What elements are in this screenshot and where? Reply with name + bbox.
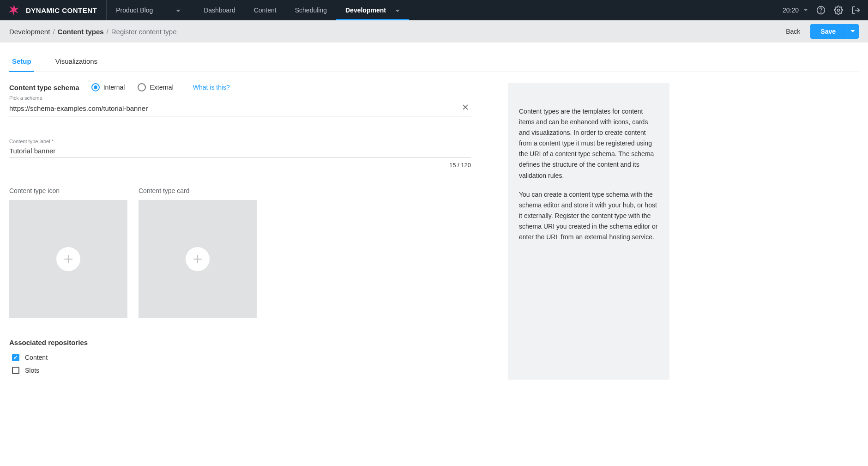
help-panel: Content types are the templates for cont… [508, 83, 669, 380]
svg-marker-0 [9, 4, 19, 16]
card-upload-dropzone[interactable] [139, 200, 257, 318]
time-selector[interactable]: 20:20 [783, 6, 808, 14]
nav-right: 20:20 [783, 6, 861, 15]
save-button-group: Save [810, 24, 859, 39]
nav-tab-label: Scheduling [295, 6, 327, 14]
schema-source-radio-external[interactable]: External [138, 83, 173, 91]
radio-label: Internal [103, 84, 125, 91]
schema-input[interactable] [9, 104, 460, 112]
caret-down-icon [803, 9, 808, 12]
help-icon[interactable] [816, 6, 826, 15]
clear-schema-icon[interactable] [460, 103, 471, 113]
form-column: Content type schema InternalExternal Wha… [9, 83, 471, 380]
settings-icon[interactable] [834, 6, 843, 15]
svg-point-2 [821, 12, 821, 12]
repositories-title: Associated repositories [9, 339, 471, 346]
icon-upload-title: Content type icon [9, 187, 127, 194]
help-paragraph: Content types are the templates for cont… [519, 106, 658, 181]
icon-upload-dropzone[interactable] [9, 200, 127, 318]
repo-checkbox-content[interactable]: Content [12, 354, 468, 361]
radio-icon [91, 83, 100, 91]
breadcrumb: Development/Content types/Register conte… [9, 28, 177, 36]
save-menu-caret[interactable] [846, 24, 859, 39]
nav-tab-label: Dashboard [204, 6, 235, 14]
nav-tabs: DashboardContentSchedulingDevelopment [194, 0, 409, 20]
page-tab-setup[interactable]: Setup [9, 51, 34, 72]
icon-upload-block: Content type icon [9, 187, 127, 318]
schema-source-radio-internal[interactable]: Internal [91, 83, 125, 91]
breadcrumb-separator: / [53, 28, 54, 36]
repo-label: Content [25, 354, 48, 361]
nav-tab-label: Content [254, 6, 277, 14]
pick-schema-hint: Pick a schema [9, 95, 471, 101]
breadcrumb-item[interactable]: Content types [58, 28, 104, 36]
uploads-row: Content type icon Content type card [9, 187, 471, 318]
label-input-row [9, 144, 471, 158]
back-button[interactable]: Back [786, 28, 800, 35]
nav-tab-dashboard[interactable]: Dashboard [194, 0, 245, 20]
time-value: 20:20 [783, 6, 799, 14]
help-paragraph: You can create a content type schema wit… [519, 189, 658, 242]
logo-icon [7, 4, 20, 17]
page-tab-visualizations[interactable]: Visualizations [53, 51, 100, 72]
svg-point-3 [838, 9, 840, 12]
repositories-section: Associated repositories ContentSlots [9, 339, 471, 374]
logout-icon[interactable] [851, 6, 861, 15]
repo-checkbox-slots[interactable]: Slots [12, 367, 468, 374]
hub-selector[interactable]: Product Blog [107, 0, 190, 20]
label-counter: 15 / 120 [9, 162, 471, 169]
what-is-this-link[interactable]: What is this? [193, 84, 230, 91]
schema-input-row [9, 101, 471, 116]
caret-down-icon [395, 6, 400, 14]
add-icon [56, 247, 80, 271]
nav-tab-scheduling[interactable]: Scheduling [286, 0, 336, 20]
card-upload-block: Content type card [139, 187, 257, 318]
subheader: Development/Content types/Register conte… [0, 20, 868, 42]
nav-tab-content[interactable]: Content [245, 0, 286, 20]
checkbox-icon [12, 367, 19, 374]
breadcrumb-item: Register content type [111, 28, 177, 36]
breadcrumb-separator: / [107, 28, 108, 36]
label-field-label: Content type label * [9, 139, 471, 144]
save-button[interactable]: Save [810, 24, 846, 39]
subheader-actions: Back Save [786, 24, 859, 39]
label-input[interactable] [9, 147, 471, 155]
schema-source-row: Content type schema InternalExternal Wha… [9, 83, 471, 91]
checkbox-icon [12, 354, 19, 361]
radio-icon [138, 83, 146, 91]
page-tabs: SetupVisualizations [9, 51, 859, 72]
top-nav: DYNAMIC CONTENT Product Blog DashboardCo… [0, 0, 868, 20]
breadcrumb-item[interactable]: Development [9, 28, 50, 36]
add-icon [186, 247, 210, 271]
schema-source-radio-group: InternalExternal [91, 83, 174, 91]
hub-name: Product Blog [116, 6, 153, 14]
repo-label: Slots [25, 367, 39, 374]
schema-section-label: Content type schema [9, 84, 79, 91]
brand-name: DYNAMIC CONTENT [26, 6, 97, 14]
brand: DYNAMIC CONTENT [7, 0, 107, 20]
card-upload-title: Content type card [139, 187, 257, 194]
nav-tab-label: Development [345, 6, 386, 14]
radio-label: External [150, 84, 173, 91]
caret-down-icon [176, 6, 181, 14]
nav-tab-development[interactable]: Development [336, 0, 409, 20]
